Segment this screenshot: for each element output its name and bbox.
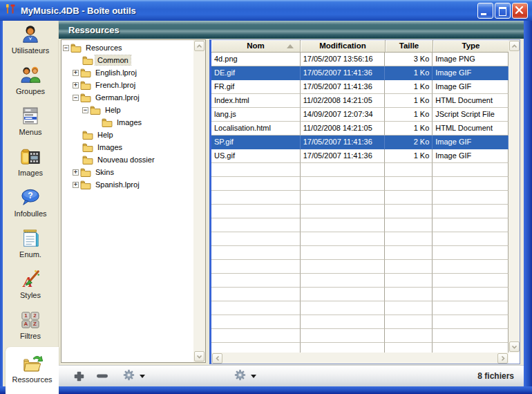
tree-item-label[interactable]: Nouveau dossier bbox=[95, 155, 157, 165]
empty-row bbox=[211, 191, 509, 205]
folder-icon bbox=[80, 168, 91, 177]
cell-taille: 1 Ko bbox=[385, 122, 433, 135]
tree-item-label[interactable]: Help bbox=[95, 130, 115, 140]
empty-cell bbox=[385, 274, 433, 288]
empty-cell bbox=[301, 343, 386, 353]
sidebar-item-styles[interactable]: AStyles bbox=[3, 265, 58, 306]
file-row-sp-gif[interactable]: SP.gif17/05/2007 11:41:362 KoImage GIF bbox=[211, 135, 509, 149]
remove-button[interactable] bbox=[95, 368, 110, 384]
file-row-de-gif[interactable]: DE.gif17/05/2007 11:41:361 KoImage GIF bbox=[211, 66, 509, 80]
folder-icon bbox=[102, 118, 113, 127]
empty-cell bbox=[385, 191, 433, 205]
file-row-fr-gif[interactable]: FR.gif17/05/2007 11:41:361 KoImage GIF bbox=[211, 80, 509, 94]
cell-type: HTML Document bbox=[433, 122, 509, 135]
cell-type: Image PNG bbox=[433, 53, 509, 66]
sidebar-item-ressources[interactable]: Ressources bbox=[6, 347, 59, 394]
tree-item-label[interactable]: Skins bbox=[93, 167, 116, 177]
file-row-lang-js[interactable]: lang.js14/09/2007 12:07:341 KoJScript Sc… bbox=[211, 108, 509, 122]
collapse-toggle-icon[interactable]: − bbox=[63, 45, 69, 51]
cell-taille: 1 Ko bbox=[385, 80, 433, 94]
tree-item[interactable]: Nouveau dossier bbox=[61, 153, 193, 166]
tree-item-label[interactable]: French.lproj bbox=[93, 80, 137, 90]
maximize-button[interactable] bbox=[495, 3, 511, 19]
tree-item[interactable]: +French.lproj bbox=[61, 79, 193, 91]
empty-cell bbox=[433, 232, 509, 246]
tree-item[interactable]: −Help bbox=[61, 104, 193, 116]
add-button[interactable] bbox=[71, 368, 86, 384]
tree-item-label[interactable]: Common bbox=[95, 55, 131, 65]
table-scroll-left-button[interactable] bbox=[212, 353, 222, 364]
cell-modification: 17/05/2007 11:41:36 bbox=[301, 66, 386, 80]
tree-item[interactable]: Images bbox=[61, 116, 193, 129]
expand-toggle-icon[interactable]: + bbox=[73, 70, 79, 76]
tree-item-label[interactable]: Resources bbox=[84, 43, 124, 53]
tree-item[interactable]: +Skins bbox=[61, 166, 193, 178]
cell-taille: 1 Ko bbox=[385, 149, 433, 163]
tree-item[interactable]: −German.lproj bbox=[61, 91, 193, 104]
tree-item-label[interactable]: Images bbox=[115, 118, 144, 127]
sidebar-item-filtres[interactable]: 12AZFiltres bbox=[3, 306, 58, 347]
empty-row bbox=[211, 288, 509, 301]
svg-text:A: A bbox=[24, 321, 28, 327]
collapse-toggle-icon[interactable]: − bbox=[82, 107, 88, 113]
tree-item[interactable]: Images bbox=[61, 141, 193, 153]
collapse-toggle-icon[interactable]: − bbox=[73, 95, 79, 101]
cell-type: Image GIF bbox=[433, 135, 509, 149]
sidebar-item-enum[interactable]: Enum. bbox=[3, 225, 58, 265]
empty-cell bbox=[433, 260, 509, 274]
paintbrush-icon: A bbox=[20, 268, 41, 290]
tree-item[interactable]: Help bbox=[61, 129, 193, 141]
column-header-nom[interactable]: Nom bbox=[211, 40, 301, 53]
tree-item-label[interactable]: Images bbox=[95, 142, 124, 152]
bottom-toolbar: 8 fichiers bbox=[59, 365, 524, 386]
tree-item[interactable]: +English.lproj bbox=[61, 66, 193, 79]
cell-taille: 1 Ko bbox=[385, 94, 433, 108]
cell-nom: Index.html bbox=[211, 94, 301, 108]
column-header-type[interactable]: Type bbox=[433, 40, 509, 53]
tree-scroll-down-button[interactable] bbox=[194, 351, 205, 362]
column-header-taille[interactable]: Taille bbox=[386, 40, 433, 53]
help-bubble-icon: ? bbox=[19, 187, 41, 209]
tree-item-label[interactable]: German.lproj bbox=[93, 93, 142, 102]
tree-item-label[interactable]: Help bbox=[103, 105, 123, 115]
empty-cell bbox=[433, 329, 509, 343]
empty-cell bbox=[211, 177, 301, 191]
tree-item-label[interactable]: Spanish.lproj bbox=[93, 180, 142, 189]
file-row-4d-png[interactable]: 4d.png17/05/2007 13:56:163 KoImage PNG bbox=[211, 53, 509, 66]
file-row-us-gif[interactable]: US.gif17/05/2007 11:41:361 KoImage GIF bbox=[211, 149, 509, 163]
file-row-localisation-html[interactable]: Localisation.html11/02/2008 14:21:051 Ko… bbox=[211, 122, 509, 135]
sidebar-item-infobulles[interactable]: ?Infobulles bbox=[3, 184, 58, 225]
tree-item-label[interactable]: English.lproj bbox=[93, 68, 139, 77]
table-scroll-down-button[interactable] bbox=[509, 341, 520, 352]
empty-cell bbox=[385, 301, 433, 315]
folder-icon bbox=[80, 180, 91, 189]
tree-scroll-up-button[interactable] bbox=[194, 41, 205, 51]
empty-cell bbox=[301, 163, 386, 177]
empty-cell bbox=[211, 288, 301, 301]
tree-actions-menu-button[interactable] bbox=[122, 368, 145, 384]
table-scroll-up-button[interactable] bbox=[509, 41, 520, 51]
cell-modification: 14/09/2007 12:07:34 bbox=[301, 108, 386, 122]
expand-toggle-icon[interactable]: + bbox=[73, 169, 79, 176]
tree-item[interactable]: −Resources bbox=[61, 41, 193, 54]
column-header-label: Taille bbox=[399, 41, 419, 50]
sidebar-item-utilisateurs[interactable]: Utilisateurs bbox=[3, 21, 58, 62]
tree-item[interactable]: +Spanish.lproj bbox=[61, 178, 193, 191]
sidebar-item-menus[interactable]: Menus bbox=[3, 102, 58, 143]
list-actions-menu-button[interactable] bbox=[234, 368, 256, 384]
tree-scrollbar[interactable] bbox=[193, 40, 205, 362]
expand-toggle-icon[interactable]: + bbox=[73, 182, 79, 188]
table-scroll-right-button[interactable] bbox=[497, 353, 508, 364]
close-button[interactable] bbox=[512, 3, 528, 19]
expand-toggle-icon[interactable]: + bbox=[73, 82, 79, 88]
table-horizontal-scrollbar[interactable] bbox=[211, 353, 509, 364]
title-bar[interactable]: MyMusic.4DB - Boîte outils bbox=[0, 0, 532, 21]
sidebar-item-groupes[interactable]: Groupes bbox=[3, 62, 58, 102]
column-header-modification[interactable]: Modification bbox=[301, 40, 386, 53]
minimize-button[interactable] bbox=[477, 3, 493, 19]
cell-modification: 17/05/2007 13:56:16 bbox=[301, 53, 386, 66]
tree-item[interactable]: Common bbox=[61, 54, 193, 66]
sidebar-item-images[interactable]: Images bbox=[3, 143, 58, 184]
file-row-index-html[interactable]: Index.html11/02/2008 14:21:051 KoHTML Do… bbox=[211, 94, 509, 108]
table-vertical-scrollbar[interactable] bbox=[509, 40, 520, 353]
